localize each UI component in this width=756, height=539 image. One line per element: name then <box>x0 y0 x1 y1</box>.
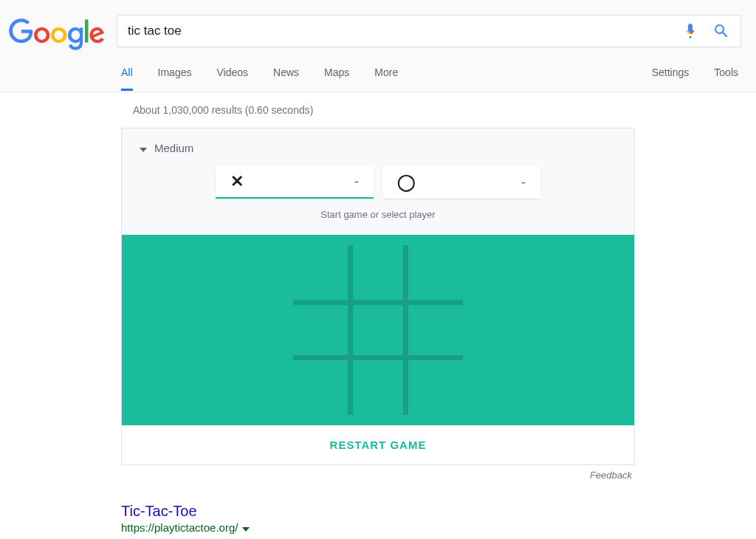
difficulty-selector[interactable]: Medium <box>140 142 616 154</box>
game-hint: Start game or select player <box>140 209 616 220</box>
tab-maps[interactable]: Maps <box>324 55 349 91</box>
tab-images[interactable]: Images <box>158 55 192 91</box>
o-icon: ◯ <box>397 173 416 192</box>
result-url[interactable]: https://playtictactoe.org/ <box>121 521 238 534</box>
game-board <box>122 235 634 425</box>
player-x-score-value: - <box>354 174 359 190</box>
cell-0-1[interactable] <box>351 245 405 300</box>
cell-2-2[interactable] <box>408 360 463 415</box>
feedback-link[interactable]: Feedback <box>121 465 635 481</box>
player-o-score-value: - <box>521 175 526 190</box>
cell-2-0[interactable] <box>293 360 348 415</box>
voice-search-icon[interactable] <box>681 22 699 40</box>
result-title-link[interactable]: Tic-Tac-Toe <box>121 503 635 520</box>
cell-0-0[interactable] <box>293 245 348 300</box>
google-logo[interactable] <box>9 18 105 54</box>
result-stats: About 1,030,000 results (0.60 seconds) <box>0 92 756 128</box>
search-tabs: All Images Videos News Maps More Setting… <box>0 54 756 92</box>
difficulty-label: Medium <box>154 142 193 154</box>
player-x-score[interactable]: ✕ - <box>216 166 374 199</box>
cell-0-2[interactable] <box>408 245 463 300</box>
x-icon: ✕ <box>230 172 244 191</box>
cell-1-0[interactable] <box>293 303 348 357</box>
search-input[interactable] <box>128 24 668 38</box>
settings-link[interactable]: Settings <box>652 55 690 91</box>
tools-link[interactable]: Tools <box>714 55 738 91</box>
cell-2-1[interactable] <box>351 360 405 415</box>
url-caret-icon[interactable] <box>242 522 250 534</box>
caret-down-icon <box>140 142 147 154</box>
player-o-score[interactable]: ◯ - <box>382 166 540 199</box>
tab-all[interactable]: All <box>121 55 133 91</box>
tab-more[interactable]: More <box>374 55 398 91</box>
tab-news[interactable]: News <box>273 55 299 91</box>
search-box <box>117 15 741 47</box>
cell-1-2[interactable] <box>408 303 463 357</box>
restart-button[interactable]: RESTART GAME <box>122 425 634 464</box>
cell-1-1[interactable] <box>351 303 405 357</box>
search-result: Tic-Tac-Toe https://playtictactoe.org/ <box>121 503 635 534</box>
tic-tac-toe-card: Medium ✕ - ◯ - Start game or select play… <box>121 128 635 465</box>
tab-videos[interactable]: Videos <box>216 55 248 91</box>
search-icon[interactable] <box>712 22 730 40</box>
